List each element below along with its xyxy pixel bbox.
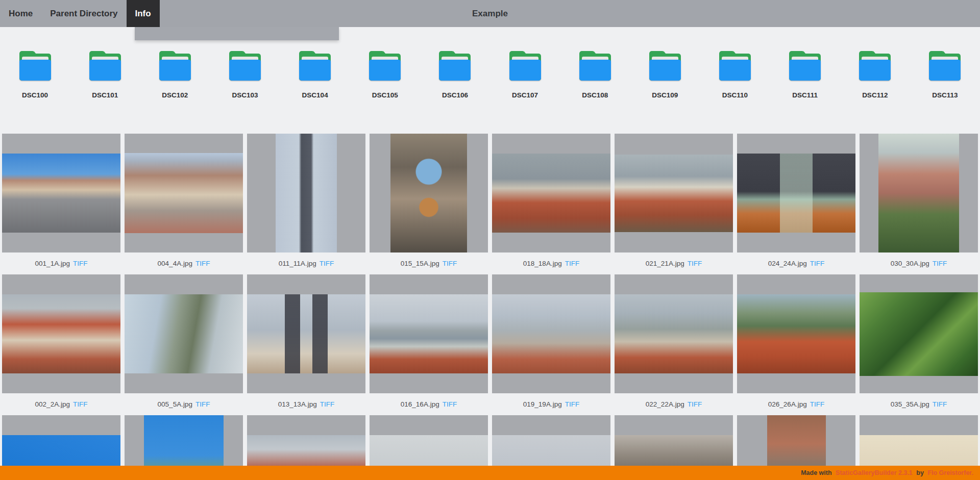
tiff-link[interactable]: TIFF: [443, 260, 457, 267]
photo-filename: 019_19A.jpg: [523, 400, 562, 408]
tiff-link[interactable]: TIFF: [933, 400, 947, 408]
folder-item[interactable]: DSC112: [840, 51, 910, 134]
photo-image: [492, 294, 610, 373]
photo-thumbnail[interactable]: [615, 134, 733, 252]
photo-thumbnail[interactable]: [860, 274, 978, 393]
photo-filename: 035_35A.jpg: [891, 400, 929, 408]
photo-cell: 016_16A.jpgTIFF: [370, 274, 488, 415]
photo-cell: 002_2A.jpgTIFF: [2, 274, 120, 415]
nav-item[interactable]: Home: [0, 0, 41, 27]
tiff-link[interactable]: TIFF: [688, 260, 702, 267]
folder-item[interactable]: DSC111: [770, 51, 840, 134]
photo-thumbnail[interactable]: [492, 274, 610, 393]
photo-thumbnail[interactable]: [615, 274, 733, 393]
folder-label: DSC104: [302, 91, 328, 99]
nav-items: Home Parent Directory Info: [0, 0, 160, 27]
folder-icon: [89, 51, 121, 81]
photo-image: [860, 292, 978, 376]
photo-thumbnail[interactable]: [2, 134, 120, 252]
photo-thumbnail[interactable]: [247, 274, 365, 393]
folder-label: DSC107: [512, 91, 538, 99]
photo-thumbnail[interactable]: [125, 274, 243, 393]
folder-item[interactable]: DSC107: [490, 51, 560, 134]
photo-thumbnail[interactable]: [247, 134, 365, 252]
folder-label: DSC103: [232, 91, 258, 99]
folder-icon: [579, 51, 611, 81]
photo-image: [737, 294, 855, 373]
photo-image: [615, 294, 733, 373]
photo-cell: 018_18A.jpgTIFF: [492, 134, 610, 274]
top-nav: Home Parent Directory Info Example: [0, 0, 980, 27]
photo-filename: 024_24A.jpg: [768, 260, 807, 267]
folder-item[interactable]: DSC109: [630, 51, 700, 134]
folder-item[interactable]: DSC108: [560, 51, 630, 134]
tiff-link[interactable]: TIFF: [195, 260, 210, 267]
nav-item[interactable]: Parent Directory: [41, 0, 126, 27]
folder-icon: [649, 51, 681, 81]
photo-caption: 022_22A.jpgTIFF: [615, 393, 733, 415]
nav-item[interactable]: Info: [127, 0, 160, 27]
photo-caption: 001_1A.jpgTIFF: [2, 252, 120, 274]
photo-caption: 005_5A.jpgTIFF: [125, 393, 243, 415]
photo-cell: 001_1A.jpgTIFF: [2, 134, 120, 274]
folder-label: DSC112: [862, 91, 888, 99]
photo-thumbnail[interactable]: [737, 134, 855, 252]
photo-image: [492, 154, 610, 233]
tiff-link[interactable]: TIFF: [195, 400, 210, 408]
folder-item[interactable]: DSC100: [0, 51, 70, 134]
tiff-link[interactable]: TIFF: [565, 260, 580, 267]
folder-icon: [859, 51, 891, 81]
photo-thumbnail[interactable]: [2, 274, 120, 393]
photo-cell: 024_24A.jpgTIFF: [737, 134, 855, 274]
photo-filename: 026_26A.jpg: [768, 400, 807, 408]
tiff-link[interactable]: TIFF: [320, 400, 335, 408]
author-link[interactable]: Flo Greistorfer.: [927, 469, 973, 476]
photo-thumbnail[interactable]: [370, 134, 488, 252]
info-dropdown-panel: [135, 27, 339, 40]
photo-image: [390, 134, 467, 252]
tiff-link[interactable]: TIFF: [933, 260, 947, 267]
page-title: Example: [472, 0, 508, 27]
photo-thumbnail[interactable]: [492, 134, 610, 252]
photo-caption: 019_19A.jpgTIFF: [492, 393, 610, 415]
photo-thumbnail[interactable]: [370, 274, 488, 393]
tiff-link[interactable]: TIFF: [443, 400, 457, 408]
photo-thumbnail[interactable]: [737, 274, 855, 393]
builder-link[interactable]: StaticGalleryBuilder 2.3.1: [836, 469, 913, 476]
photo-cell: 030_30A.jpgTIFF: [860, 134, 978, 274]
tiff-link[interactable]: TIFF: [565, 400, 580, 408]
folder-icon: [439, 51, 471, 81]
tiff-link[interactable]: TIFF: [810, 400, 825, 408]
folder-label: DSC105: [372, 91, 398, 99]
folder-icon: [719, 51, 751, 81]
photo-thumbnail[interactable]: [125, 134, 243, 252]
folders-row: DSC100 DSC101 DSC102 DSC103 DSC104 DSC10…: [0, 27, 980, 134]
folder-item[interactable]: DSC102: [140, 51, 210, 134]
folder-item[interactable]: DSC104: [280, 51, 350, 134]
photo-image: [878, 134, 959, 252]
photo-filename: 013_13A.jpg: [278, 400, 317, 408]
photo-thumbnail[interactable]: [860, 134, 978, 252]
tiff-link[interactable]: TIFF: [73, 260, 88, 267]
folder-item[interactable]: DSC103: [210, 51, 280, 134]
photo-caption: 011_11A.jpgTIFF: [247, 252, 365, 274]
tiff-link[interactable]: TIFF: [810, 260, 825, 267]
folder-item[interactable]: DSC101: [70, 51, 140, 134]
folder-icon: [299, 51, 331, 81]
photo-image: [615, 155, 733, 232]
photo-cell: 035_35A.jpgTIFF: [860, 274, 978, 415]
folder-item[interactable]: DSC110: [700, 51, 770, 134]
photo-caption: 035_35A.jpgTIFF: [860, 393, 978, 415]
nav-item-label: Info: [135, 9, 151, 18]
folder-item[interactable]: DSC105: [350, 51, 420, 134]
photo-cell: 022_22A.jpgTIFF: [615, 274, 733, 415]
folder-item[interactable]: DSC106: [420, 51, 490, 134]
folder-item[interactable]: DSC113: [910, 51, 980, 134]
tiff-link[interactable]: TIFF: [73, 400, 88, 408]
photo-filename: 002_2A.jpg: [35, 400, 70, 408]
tiff-link[interactable]: TIFF: [320, 260, 334, 267]
folder-label: DSC113: [932, 91, 958, 99]
photo-caption: 026_26A.jpgTIFF: [737, 393, 855, 415]
tiff-link[interactable]: TIFF: [688, 400, 702, 408]
photo-image: [125, 153, 243, 233]
